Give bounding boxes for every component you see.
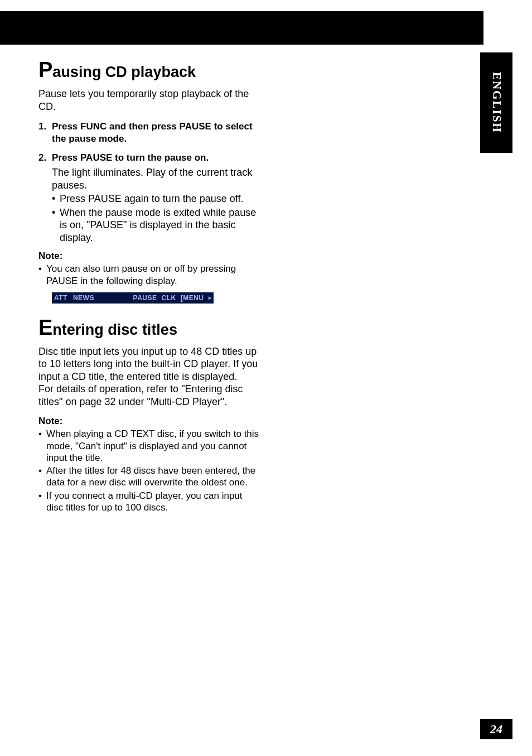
intro-text: Disc title input lets you input up to 48… — [38, 345, 262, 408]
page-number: 24 — [490, 722, 502, 736]
heading-rest: ntering disc titles — [52, 321, 177, 338]
language-tab: ENGLISH — [480, 52, 512, 153]
bullet-icon: • — [38, 490, 46, 514]
heading-rest: ausing CD playback — [52, 64, 196, 80]
intro-text: Pause lets you temporarily stop playback… — [38, 88, 262, 113]
note-heading: Note: — [38, 251, 262, 262]
heading-dropcap: P — [38, 58, 52, 81]
page-number-box: 24 — [480, 719, 512, 739]
bullet-icon: • — [52, 206, 60, 244]
step-number: 2. — [38, 152, 52, 164]
lcd-news: NEWS — [73, 294, 94, 302]
lcd-display: ATT NEWS PAUSE CLK [MENU ▸ — [52, 292, 214, 304]
sub-bullet: • When the pause mode is exited while pa… — [52, 206, 262, 244]
note-text: When playing a CD TEXT disc, if you swit… — [46, 428, 262, 464]
bullet-text: When the pause mode is exited while paus… — [60, 206, 262, 244]
lcd-menu: [MENU — [181, 294, 204, 302]
language-label: ENGLISH — [490, 72, 504, 133]
step-number: 1. — [38, 121, 52, 145]
note-text: After the titles for 48 discs have been … — [46, 465, 262, 489]
bullet-icon: • — [52, 192, 60, 205]
step-1: 1. Press FUNC and then press PAUSE to se… — [38, 121, 262, 145]
content-column: Pausing CD playback Pause lets you tempo… — [38, 60, 262, 514]
header-bar — [0, 11, 483, 45]
lcd-clk: CLK — [162, 294, 176, 302]
note-text: If you connect a multi-CD player, you ca… — [46, 490, 262, 514]
note-text: You can also turn pause on or off by pre… — [46, 263, 262, 287]
lcd-att: ATT — [54, 294, 67, 302]
bullet-text: Press PAUSE again to turn the pause off. — [60, 192, 244, 205]
section-heading-pausing: Pausing CD playback — [38, 60, 262, 81]
bullet-icon: • — [38, 465, 46, 489]
heading-dropcap: E — [38, 316, 52, 339]
manual-page: ENGLISH Pausing CD playback Pause lets y… — [0, 0, 532, 756]
note-bullet: • If you connect a multi-CD player, you … — [38, 490, 262, 514]
arrow-icon: ▸ — [209, 295, 212, 301]
sub-bullet: • Press PAUSE again to turn the pause of… — [52, 192, 262, 205]
step-2: 2. Press PAUSE to turn the pause on. The… — [38, 152, 262, 244]
note-heading: Note: — [38, 416, 262, 427]
bullet-icon: • — [38, 263, 46, 287]
note-bullet: • When playing a CD TEXT disc, if you sw… — [38, 428, 262, 464]
note-bullet: • You can also turn pause on or off by p… — [38, 263, 262, 287]
lcd-pause: PAUSE — [133, 294, 157, 302]
step-text: Press FUNC and then press PAUSE to selec… — [52, 121, 262, 145]
step-description: The light illuminates. Play of the curre… — [52, 166, 262, 191]
step-text: Press PAUSE to turn the pause on. — [52, 152, 209, 164]
bullet-icon: • — [38, 428, 46, 464]
note-bullet: • After the titles for 48 discs have bee… — [38, 465, 262, 489]
section-heading-entering: Entering disc titles — [38, 318, 262, 339]
